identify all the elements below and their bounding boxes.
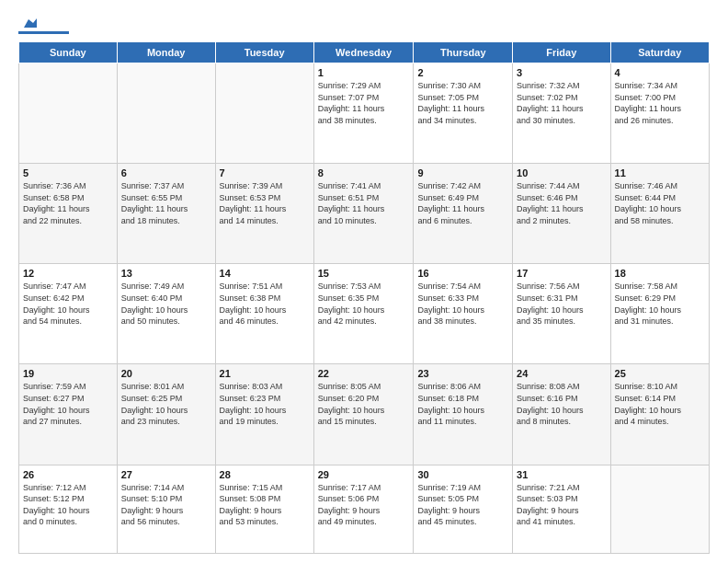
calendar-cell: 14Sunrise: 7:51 AM Sunset: 6:38 PM Dayli… bbox=[215, 264, 313, 364]
day-number: 20 bbox=[121, 368, 211, 379]
day-info: Sunrise: 7:21 AM Sunset: 5:03 PM Dayligh… bbox=[517, 482, 606, 528]
day-info: Sunrise: 8:10 AM Sunset: 6:14 PM Dayligh… bbox=[615, 381, 705, 427]
day-number: 25 bbox=[615, 368, 705, 379]
day-info: Sunrise: 7:51 AM Sunset: 6:38 PM Dayligh… bbox=[220, 281, 310, 327]
day-info: Sunrise: 8:06 AM Sunset: 6:18 PM Dayligh… bbox=[417, 381, 508, 427]
day-info: Sunrise: 7:14 AM Sunset: 5:10 PM Dayligh… bbox=[121, 482, 211, 528]
logo-underline bbox=[18, 31, 69, 34]
day-number: 1 bbox=[318, 67, 410, 78]
calendar-week-row: 1Sunrise: 7:29 AM Sunset: 7:07 PM Daylig… bbox=[19, 63, 710, 164]
day-number: 17 bbox=[517, 268, 606, 279]
calendar: SundayMondayTuesdayWednesdayThursdayFrid… bbox=[18, 41, 710, 554]
calendar-cell: 11Sunrise: 7:46 AM Sunset: 6:44 PM Dayli… bbox=[610, 164, 709, 264]
calendar-cell: 2Sunrise: 7:30 AM Sunset: 7:05 PM Daylig… bbox=[414, 63, 513, 164]
calendar-cell: 12Sunrise: 7:47 AM Sunset: 6:42 PM Dayli… bbox=[19, 264, 118, 364]
calendar-cell: 3Sunrise: 7:32 AM Sunset: 7:02 PM Daylig… bbox=[513, 63, 610, 164]
calendar-cell: 20Sunrise: 8:01 AM Sunset: 6:25 PM Dayli… bbox=[117, 364, 215, 465]
day-info: Sunrise: 7:59 AM Sunset: 6:27 PM Dayligh… bbox=[23, 381, 113, 427]
weekday-header: Thursday bbox=[414, 42, 513, 63]
day-info: Sunrise: 8:03 AM Sunset: 6:23 PM Dayligh… bbox=[220, 381, 310, 427]
calendar-cell: 5Sunrise: 7:36 AM Sunset: 6:58 PM Daylig… bbox=[19, 164, 118, 264]
day-info: Sunrise: 7:44 AM Sunset: 6:46 PM Dayligh… bbox=[517, 180, 606, 226]
logo bbox=[18, 15, 71, 34]
day-info: Sunrise: 7:17 AM Sunset: 5:06 PM Dayligh… bbox=[318, 482, 410, 528]
calendar-cell: 31Sunrise: 7:21 AM Sunset: 5:03 PM Dayli… bbox=[513, 465, 610, 553]
calendar-cell: 9Sunrise: 7:42 AM Sunset: 6:49 PM Daylig… bbox=[414, 164, 513, 264]
calendar-cell: 17Sunrise: 7:56 AM Sunset: 6:31 PM Dayli… bbox=[513, 264, 610, 364]
day-number: 2 bbox=[417, 67, 508, 78]
calendar-cell: 13Sunrise: 7:49 AM Sunset: 6:40 PM Dayli… bbox=[117, 264, 215, 364]
calendar-week-row: 26Sunrise: 7:12 AM Sunset: 5:12 PM Dayli… bbox=[19, 465, 710, 553]
calendar-week-row: 12Sunrise: 7:47 AM Sunset: 6:42 PM Dayli… bbox=[19, 264, 710, 364]
day-info: Sunrise: 7:30 AM Sunset: 7:05 PM Dayligh… bbox=[417, 80, 508, 126]
day-number: 10 bbox=[517, 167, 606, 178]
day-info: Sunrise: 7:32 AM Sunset: 7:02 PM Dayligh… bbox=[517, 80, 606, 126]
day-number: 31 bbox=[517, 469, 606, 480]
calendar-cell: 19Sunrise: 7:59 AM Sunset: 6:27 PM Dayli… bbox=[19, 364, 118, 465]
calendar-cell: 23Sunrise: 8:06 AM Sunset: 6:18 PM Dayli… bbox=[414, 364, 513, 465]
day-info: Sunrise: 7:36 AM Sunset: 6:58 PM Dayligh… bbox=[23, 180, 113, 226]
day-info: Sunrise: 7:15 AM Sunset: 5:08 PM Dayligh… bbox=[220, 482, 310, 528]
weekday-header: Sunday bbox=[19, 42, 118, 63]
day-info: Sunrise: 8:05 AM Sunset: 6:20 PM Dayligh… bbox=[318, 381, 410, 427]
calendar-cell: 21Sunrise: 8:03 AM Sunset: 6:23 PM Dayli… bbox=[215, 364, 313, 465]
calendar-cell bbox=[215, 63, 313, 164]
day-info: Sunrise: 7:54 AM Sunset: 6:33 PM Dayligh… bbox=[417, 281, 508, 327]
calendar-week-row: 19Sunrise: 7:59 AM Sunset: 6:27 PM Dayli… bbox=[19, 364, 710, 465]
day-number: 12 bbox=[23, 268, 113, 279]
day-number: 8 bbox=[318, 167, 410, 178]
calendar-cell: 30Sunrise: 7:19 AM Sunset: 5:05 PM Dayli… bbox=[414, 465, 513, 553]
day-number: 18 bbox=[615, 268, 705, 279]
day-info: Sunrise: 7:34 AM Sunset: 7:00 PM Dayligh… bbox=[615, 80, 705, 126]
calendar-cell bbox=[19, 63, 118, 164]
calendar-cell: 25Sunrise: 8:10 AM Sunset: 6:14 PM Dayli… bbox=[610, 364, 709, 465]
day-number: 21 bbox=[220, 368, 310, 379]
day-info: Sunrise: 7:39 AM Sunset: 6:53 PM Dayligh… bbox=[220, 180, 310, 226]
calendar-cell: 18Sunrise: 7:58 AM Sunset: 6:29 PM Dayli… bbox=[610, 264, 709, 364]
day-number: 30 bbox=[417, 469, 508, 480]
day-number: 19 bbox=[23, 368, 113, 379]
day-number: 29 bbox=[318, 469, 410, 480]
day-info: Sunrise: 7:47 AM Sunset: 6:42 PM Dayligh… bbox=[23, 281, 113, 327]
day-number: 28 bbox=[220, 469, 310, 480]
calendar-cell: 8Sunrise: 7:41 AM Sunset: 6:51 PM Daylig… bbox=[313, 164, 414, 264]
day-number: 15 bbox=[318, 268, 410, 279]
weekday-header: Tuesday bbox=[215, 42, 313, 63]
day-number: 3 bbox=[517, 67, 606, 78]
day-number: 24 bbox=[517, 368, 606, 379]
calendar-cell: 10Sunrise: 7:44 AM Sunset: 6:46 PM Dayli… bbox=[513, 164, 610, 264]
calendar-cell bbox=[610, 465, 709, 553]
calendar-cell: 29Sunrise: 7:17 AM Sunset: 5:06 PM Dayli… bbox=[313, 465, 414, 553]
calendar-cell: 27Sunrise: 7:14 AM Sunset: 5:10 PM Dayli… bbox=[117, 465, 215, 553]
calendar-cell: 26Sunrise: 7:12 AM Sunset: 5:12 PM Dayli… bbox=[19, 465, 118, 553]
day-info: Sunrise: 7:53 AM Sunset: 6:35 PM Dayligh… bbox=[318, 281, 410, 327]
day-number: 27 bbox=[121, 469, 211, 480]
logo-bird-icon bbox=[20, 15, 37, 31]
day-info: Sunrise: 8:08 AM Sunset: 6:16 PM Dayligh… bbox=[517, 381, 606, 427]
calendar-cell: 4Sunrise: 7:34 AM Sunset: 7:00 PM Daylig… bbox=[610, 63, 709, 164]
day-info: Sunrise: 7:49 AM Sunset: 6:40 PM Dayligh… bbox=[121, 281, 211, 327]
day-number: 5 bbox=[23, 167, 113, 178]
day-info: Sunrise: 7:12 AM Sunset: 5:12 PM Dayligh… bbox=[23, 482, 113, 528]
day-number: 16 bbox=[417, 268, 508, 279]
calendar-cell: 28Sunrise: 7:15 AM Sunset: 5:08 PM Dayli… bbox=[215, 465, 313, 553]
calendar-cell: 16Sunrise: 7:54 AM Sunset: 6:33 PM Dayli… bbox=[414, 264, 513, 364]
day-number: 26 bbox=[23, 469, 113, 480]
weekday-header: Saturday bbox=[610, 42, 709, 63]
day-info: Sunrise: 7:29 AM Sunset: 7:07 PM Dayligh… bbox=[318, 80, 410, 126]
header bbox=[18, 15, 710, 34]
day-number: 23 bbox=[417, 368, 508, 379]
day-info: Sunrise: 8:01 AM Sunset: 6:25 PM Dayligh… bbox=[121, 381, 211, 427]
day-info: Sunrise: 7:46 AM Sunset: 6:44 PM Dayligh… bbox=[615, 180, 705, 226]
weekday-header: Wednesday bbox=[313, 42, 414, 63]
day-number: 13 bbox=[121, 268, 211, 279]
day-number: 6 bbox=[121, 167, 211, 178]
day-info: Sunrise: 7:42 AM Sunset: 6:49 PM Dayligh… bbox=[417, 180, 508, 226]
calendar-week-row: 5Sunrise: 7:36 AM Sunset: 6:58 PM Daylig… bbox=[19, 164, 710, 264]
weekday-header: Monday bbox=[117, 42, 215, 63]
day-number: 22 bbox=[318, 368, 410, 379]
day-number: 9 bbox=[417, 167, 508, 178]
calendar-cell: 24Sunrise: 8:08 AM Sunset: 6:16 PM Dayli… bbox=[513, 364, 610, 465]
day-number: 11 bbox=[615, 167, 705, 178]
day-number: 14 bbox=[220, 268, 310, 279]
